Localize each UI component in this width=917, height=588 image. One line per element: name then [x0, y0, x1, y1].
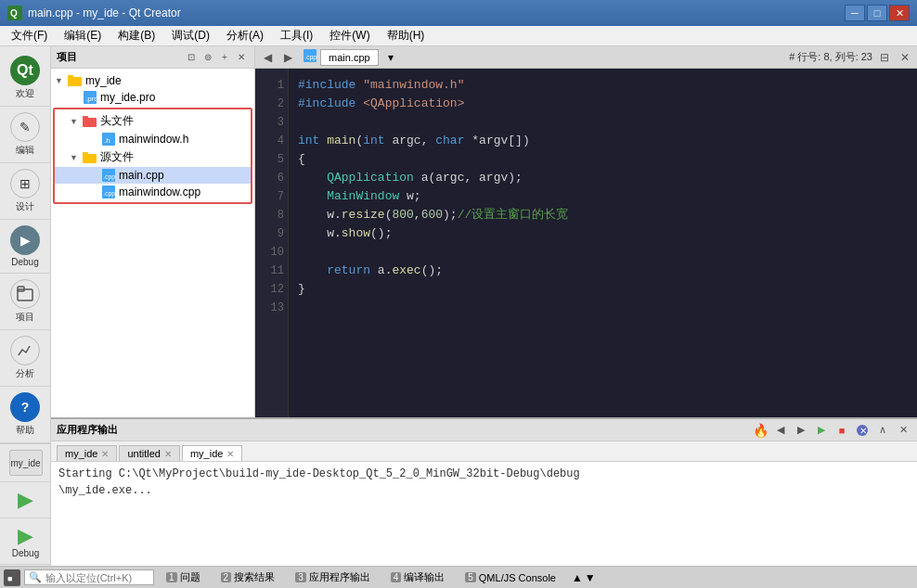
output-tab-untitled[interactable]: untitled ✕ — [119, 445, 179, 461]
tree-item-mainwindowcpp[interactable]: .cpp mainwindow.cpp — [55, 184, 251, 200]
status-arrows[interactable]: ▲ ▼ — [572, 571, 596, 584]
status-tab-qml[interactable]: 5 QML/JS Console — [457, 569, 564, 586]
menu-edit[interactable]: 编辑(E) — [57, 26, 109, 45]
code-line-3 — [298, 113, 908, 132]
output-content[interactable]: Starting C:\Qt\MyProject\build-my_ide-De… — [51, 462, 917, 566]
tree-item-root[interactable]: ▼ my_ide — [51, 72, 254, 89]
status-tab-appoutput[interactable]: 3 应用程序输出 — [287, 568, 379, 587]
svg-text:Q: Q — [10, 8, 18, 19]
output-stop-btn[interactable]: ■ — [833, 423, 850, 438]
status-tab-issues[interactable]: 1 问题 — [158, 568, 209, 587]
sidebar-item-edit[interactable]: ✎ 编辑 — [0, 107, 51, 163]
debug-run-label: Debug — [12, 548, 39, 558]
output-tab-close-1[interactable]: ✕ — [101, 449, 109, 459]
sidebar-item-myide[interactable]: my_ide — [0, 444, 51, 482]
status-down-arrow[interactable]: ▼ — [585, 571, 596, 584]
status-label-appoutput: 应用程序输出 — [309, 570, 370, 584]
sidebar-item-welcome[interactable]: Qt 欢迎 — [0, 50, 51, 107]
panel-expand-btn[interactable]: + — [217, 50, 232, 65]
sidebar-item-debug[interactable]: ▶ Debug — [0, 220, 51, 274]
editor-toolbar: ◀ ▶ .cpp main.cpp ▾ # 行号: 8, 列号: 23 ⊟ ✕ — [255, 46, 917, 69]
title-bar: Q main.cpp - my_ide - Qt Creator ─ □ ✕ — [0, 0, 917, 26]
panel-filter-btn[interactable]: ⊚ — [200, 50, 215, 65]
folder-icon — [68, 74, 83, 87]
output-tab-label-1: my_ide — [65, 448, 97, 459]
tree-item-pro[interactable]: .pro my_ide.pro — [51, 89, 254, 106]
output-tab-myide1[interactable]: my_ide ✕ — [57, 445, 117, 461]
minimize-button[interactable]: ─ — [845, 5, 865, 21]
sidebar-item-design[interactable]: ⊞ 设计 — [0, 163, 51, 220]
output-tab-label-3: my_ide — [190, 448, 223, 459]
tree-expand-headers: ▼ — [70, 117, 81, 126]
maximize-button[interactable]: □ — [867, 5, 887, 21]
menu-debug[interactable]: 调试(D) — [164, 26, 217, 45]
output-panel-title: 应用程序输出 — [57, 423, 748, 437]
svg-text:.cpp: .cpp — [103, 173, 115, 181]
sidebar-item-project[interactable]: 项目 — [0, 274, 51, 330]
search-input[interactable] — [45, 572, 148, 583]
tree-expand-icon: ▼ — [55, 76, 66, 85]
output-back-btn[interactable]: ◀ — [772, 423, 789, 438]
output-expand-btn[interactable]: ∧ — [874, 423, 891, 438]
editor-tab-maincpp[interactable]: main.cpp — [320, 49, 379, 66]
output-forward-btn[interactable]: ▶ — [793, 423, 809, 438]
status-num-5: 5 — [465, 572, 476, 582]
app-icon: Q — [7, 6, 22, 20]
output-tab-label-2: untitled — [127, 448, 160, 459]
tree-label-maincpp: main.cpp — [119, 169, 164, 182]
panel-close-btn[interactable]: ✕ — [234, 50, 249, 65]
sidebar-item-debug-run[interactable]: ▶ — [0, 482, 51, 518]
status-label-qml: QML/JS Console — [479, 572, 556, 583]
status-up-arrow[interactable]: ▲ — [572, 571, 583, 584]
output-clear-btn[interactable]: ✕ — [854, 423, 871, 438]
sidebar-item-analyze[interactable]: 分析 — [0, 330, 51, 387]
menu-widget[interactable]: 控件(W) — [322, 26, 377, 45]
output-tab-close-2[interactable]: ✕ — [164, 449, 172, 459]
editor-forward-btn[interactable]: ▶ — [279, 49, 296, 66]
myide-run-icon: my_ide — [9, 450, 43, 476]
svg-text:.h: .h — [104, 136, 110, 145]
tree-expand-sources: ▼ — [70, 153, 81, 162]
menu-help[interactable]: 帮助(H) — [380, 26, 433, 45]
project-panel-header: 项目 ⊡ ⊚ + ✕ — [51, 46, 254, 69]
tree-item-maincpp[interactable]: .cpp main.cpp — [55, 167, 251, 184]
status-search[interactable]: 🔍 — [24, 569, 154, 585]
panel-sync-btn[interactable]: ⊡ — [184, 50, 199, 65]
tree-label-myide: my_ide — [85, 74, 122, 87]
status-tab-compile[interactable]: 4 编译输出 — [382, 568, 454, 587]
close-button[interactable]: ✕ — [889, 5, 910, 21]
output-tabs: my_ide ✕ untitled ✕ my_ide ✕ — [51, 441, 917, 462]
menu-tools[interactable]: 工具(I) — [273, 26, 320, 45]
sidebar: Qt 欢迎 ✎ 编辑 ⊞ 设计 ▶ Debug 项目 分析 ? — [0, 46, 51, 566]
sidebar-label-help: 帮助 — [16, 424, 34, 437]
tree-item-mainwindowh[interactable]: .h mainwindow.h — [55, 131, 251, 147]
editor-back-btn[interactable]: ◀ — [259, 49, 276, 66]
status-label-compile: 编译输出 — [404, 570, 445, 584]
status-bar: ■ 🔍 1 问题 2 搜索结果 3 应用程序输出 4 编译输出 5 QML/JS… — [0, 566, 917, 588]
output-tab-close-3[interactable]: ✕ — [226, 449, 234, 459]
code-line-6: QApplication a(argc, argv); — [298, 169, 908, 187]
status-tab-search[interactable]: 2 搜索结果 — [213, 568, 284, 587]
tree-item-sources[interactable]: ▼ 源文件 — [55, 147, 251, 167]
sidebar-label-analyze: 分析 — [16, 367, 34, 380]
menu-file[interactable]: 文件(F) — [4, 26, 55, 45]
window-controls[interactable]: ─ □ ✕ — [845, 5, 910, 21]
sidebar-item-debug-label[interactable]: ▶ Debug — [0, 518, 51, 565]
output-run-btn[interactable]: ▶ — [813, 423, 830, 438]
output-tab-myide2[interactable]: my_ide ✕ — [182, 445, 242, 461]
tree-item-headers[interactable]: ▼ 头文件 — [55, 111, 251, 131]
output-close-btn[interactable]: ✕ — [895, 423, 911, 438]
svg-text:.cpp: .cpp — [103, 190, 115, 198]
menu-analyze[interactable]: 分析(A) — [219, 26, 271, 45]
panel-toolbar[interactable]: ⊡ ⊚ + ✕ — [184, 50, 249, 65]
editor-close-btn[interactable]: ✕ — [897, 49, 913, 66]
sidebar-item-help[interactable]: ? 帮助 — [0, 387, 51, 443]
output-fire-btn[interactable]: 🔥 — [752, 423, 768, 438]
editor-tab-dropdown[interactable]: ▾ — [388, 51, 785, 64]
h-file-icon: .h — [101, 133, 116, 146]
status-icon: ■ — [4, 569, 20, 586]
menu-build[interactable]: 构建(B) — [110, 26, 162, 45]
code-line-2: #include <QApplication> — [298, 95, 908, 113]
editor-split-btn[interactable]: ⊟ — [876, 49, 893, 66]
code-line-4: int main(int argc, char *argv[]) — [298, 132, 908, 150]
